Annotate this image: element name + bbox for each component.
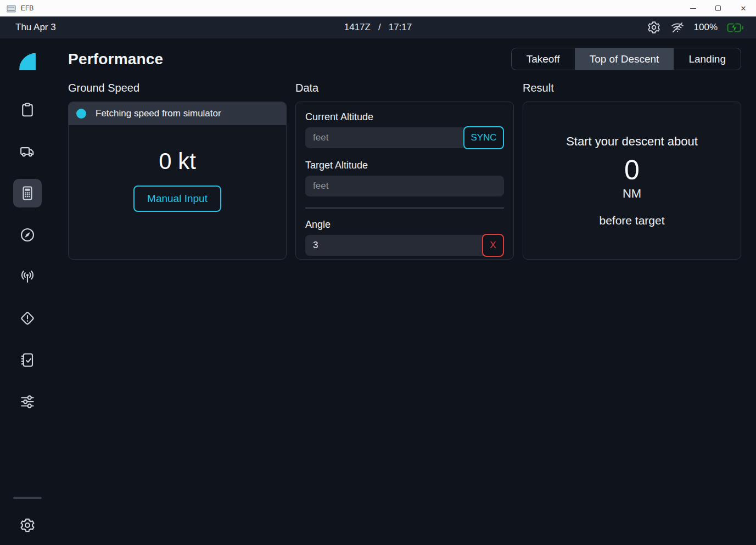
checklist-icon bbox=[19, 352, 36, 368]
tab-takeoff[interactable]: Takeoff bbox=[512, 48, 575, 70]
status-clock: 1417Z / 17:17 bbox=[344, 22, 412, 33]
sidebar-item-performance[interactable] bbox=[13, 179, 42, 207]
target-altitude-label: Target Altitude bbox=[305, 160, 504, 171]
settings-gear-button[interactable] bbox=[647, 20, 661, 35]
sidebar-nav bbox=[13, 95, 42, 416]
maximize-icon bbox=[715, 5, 721, 11]
efb-statusbar: Thu Apr 3 1417Z / 17:17 100% bbox=[0, 16, 756, 38]
antenna-icon bbox=[19, 268, 36, 285]
sidebar-item-comms[interactable] bbox=[13, 262, 42, 291]
angle-clear-button[interactable]: X bbox=[482, 234, 504, 257]
tab-top-of-descent[interactable]: Top of Descent bbox=[575, 48, 674, 70]
ground-speed-card: Fetching speed from simulator 0 kt Manua… bbox=[68, 102, 287, 260]
os-titlebar: EFB ✕ bbox=[0, 0, 756, 16]
angle-label: Angle bbox=[305, 219, 504, 231]
calculator-icon bbox=[19, 185, 36, 201]
wifi-off-icon bbox=[670, 20, 685, 35]
angle-input[interactable] bbox=[305, 235, 504, 256]
status-dot-icon bbox=[76, 109, 86, 119]
battery-charging-icon bbox=[727, 22, 744, 33]
page-title: Performance bbox=[68, 50, 163, 68]
data-card: Current Altitude SYNC Target Altitude An… bbox=[295, 102, 514, 260]
main-content: Performance Takeoff Top of Descent Landi… bbox=[55, 38, 756, 545]
efb-app-icon bbox=[7, 4, 16, 13]
result-value: 0 bbox=[624, 155, 640, 186]
gear-icon bbox=[647, 20, 661, 35]
ground-speed-value: 0 kt bbox=[159, 148, 196, 175]
sidebar-item-options[interactable] bbox=[13, 387, 42, 416]
close-icon: ✕ bbox=[741, 5, 747, 12]
target-altitude-input[interactable] bbox=[305, 176, 504, 196]
sidebar-item-navigation[interactable] bbox=[13, 221, 42, 249]
sync-button[interactable]: SYNC bbox=[463, 126, 504, 149]
result-line1: Start your descent about bbox=[566, 134, 698, 149]
wifi-status bbox=[670, 20, 685, 35]
sidebar-item-checklists[interactable] bbox=[13, 346, 42, 374]
battery-percent: 100% bbox=[694, 22, 718, 33]
time-local: 17:17 bbox=[389, 22, 412, 33]
minimize-icon bbox=[690, 8, 696, 9]
result-column: Result Start your descent about 0 NM bef… bbox=[523, 82, 741, 260]
time-separator: / bbox=[378, 22, 381, 33]
sliders-icon bbox=[19, 394, 36, 410]
result-line2: before target bbox=[599, 214, 664, 227]
ground-speed-status: Fetching speed from simulator bbox=[69, 102, 286, 125]
status-text: Fetching speed from simulator bbox=[96, 108, 221, 119]
clipboard-icon bbox=[19, 102, 36, 118]
performance-tabs: Takeoff Top of Descent Landing bbox=[511, 48, 741, 70]
data-divider bbox=[305, 207, 504, 209]
result-unit: NM bbox=[623, 187, 641, 201]
compass-icon bbox=[19, 227, 36, 243]
result-card: Start your descent about 0 NM before tar… bbox=[523, 102, 741, 260]
sidebar-item-ground-services[interactable] bbox=[13, 137, 42, 166]
close-button[interactable]: ✕ bbox=[731, 0, 756, 16]
maximize-button[interactable] bbox=[705, 0, 731, 16]
truck-icon bbox=[19, 143, 36, 160]
sidebar-divider bbox=[13, 497, 42, 499]
sidebar bbox=[0, 38, 55, 545]
gear-icon bbox=[19, 517, 36, 533]
time-zulu: 1417Z bbox=[344, 22, 371, 33]
minimize-button[interactable] bbox=[680, 0, 705, 16]
current-altitude-label: Current Altitude bbox=[305, 111, 504, 123]
tab-landing[interactable]: Landing bbox=[674, 48, 741, 70]
ground-speed-title: Ground Speed bbox=[68, 82, 287, 94]
data-title: Data bbox=[295, 82, 514, 94]
hazard-diamond-icon bbox=[19, 310, 36, 327]
sidebar-item-hazards[interactable] bbox=[13, 304, 42, 333]
sidebar-item-flight-plan[interactable] bbox=[13, 95, 42, 124]
window-title: EFB bbox=[21, 4, 33, 12]
result-title: Result bbox=[523, 82, 741, 94]
sidebar-item-settings[interactable] bbox=[13, 511, 42, 540]
manual-input-button[interactable]: Manual Input bbox=[133, 186, 221, 212]
app-logo bbox=[19, 50, 36, 74]
ground-speed-column: Ground Speed Fetching speed from simulat… bbox=[68, 82, 287, 260]
status-date: Thu Apr 3 bbox=[15, 22, 56, 33]
data-column: Data Current Altitude SYNC Target Altitu… bbox=[295, 82, 514, 260]
airline-tailfin-logo-icon bbox=[19, 53, 36, 71]
battery-status bbox=[727, 22, 744, 33]
